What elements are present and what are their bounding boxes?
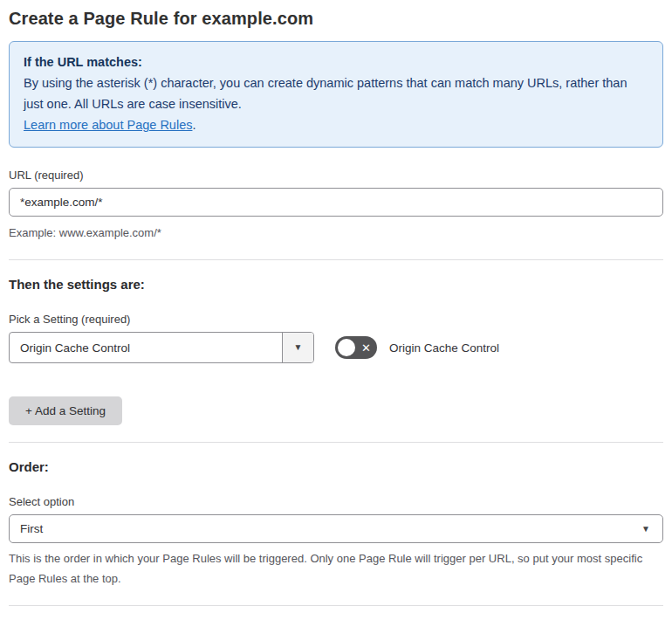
learn-more-period: .	[192, 118, 195, 132]
setting-select-arrow-button[interactable]: ▼	[282, 333, 313, 362]
order-select-value: First	[20, 522, 43, 535]
order-select[interactable]: First ▼	[9, 514, 663, 543]
settings-section-heading: Then the settings are:	[9, 277, 663, 292]
origin-cache-control-toggle[interactable]: ✕	[335, 336, 377, 359]
chevron-down-icon: ▼	[294, 343, 303, 352]
toggle-group: ✕ Origin Cache Control	[335, 336, 499, 359]
info-link-row: Learn more about Page Rules.	[24, 114, 648, 135]
setting-select-value: Origin Cache Control	[10, 333, 282, 362]
info-box-heading: If the URL matches:	[24, 52, 648, 72]
divider	[9, 259, 663, 260]
url-input[interactable]	[9, 188, 663, 217]
url-label: URL (required)	[9, 169, 663, 182]
toggle-knob	[338, 339, 355, 356]
divider	[9, 605, 663, 606]
divider	[9, 442, 663, 443]
toggle-label: Origin Cache Control	[389, 341, 499, 355]
page-title: Create a Page Rule for example.com	[9, 9, 663, 29]
setting-select[interactable]: Origin Cache Control ▼	[9, 332, 314, 363]
pick-setting-label: Pick a Setting (required)	[9, 313, 663, 326]
order-helper-text: This is the order in which your Page Rul…	[9, 548, 663, 589]
create-page-rule-form: Create a Page Rule for example.com If th…	[0, 0, 672, 620]
order-select-label: Select option	[9, 495, 663, 508]
order-section-heading: Order:	[9, 459, 663, 474]
url-example-helper: Example: www.example.com/*	[9, 223, 663, 243]
url-match-info-box: If the URL matches: By using the asteris…	[9, 41, 663, 148]
url-field-group: URL (required) Example: www.example.com/…	[9, 169, 663, 243]
chevron-down-icon: ▼	[641, 525, 650, 534]
learn-more-link[interactable]: Learn more about Page Rules	[24, 118, 192, 132]
setting-row: Origin Cache Control ▼ ✕ Origin Cache Co…	[9, 332, 663, 363]
toggle-off-icon: ✕	[361, 342, 371, 354]
add-setting-button[interactable]: + Add a Setting	[9, 396, 122, 425]
info-box-body: By using the asterisk (*) character, you…	[24, 72, 634, 114]
